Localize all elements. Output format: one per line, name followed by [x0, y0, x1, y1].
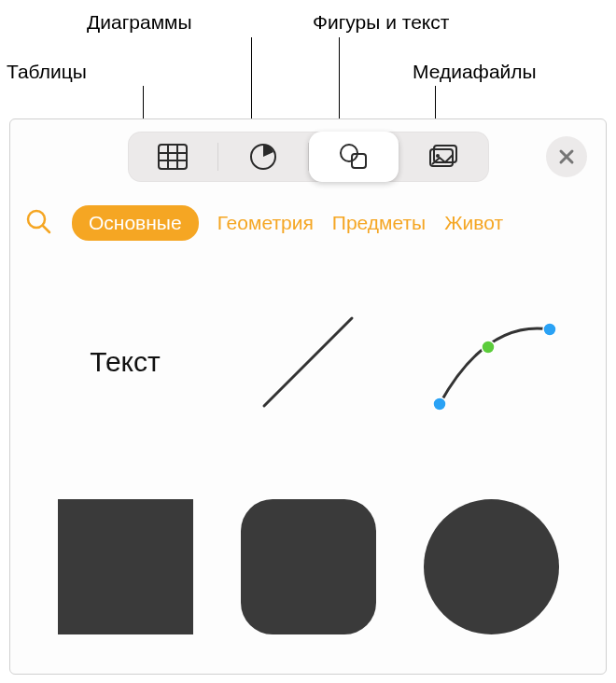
shape-rounded-square[interactable] — [217, 485, 399, 648]
line-icon — [247, 301, 369, 423]
svg-rect-0 — [159, 145, 187, 169]
search-button[interactable] — [23, 206, 53, 240]
callout-shapes: Фигуры и текст — [313, 11, 449, 34]
rounded-square-icon — [241, 499, 376, 634]
table-icon — [155, 139, 190, 174]
circle-icon — [424, 499, 559, 634]
insert-toolbar — [10, 119, 606, 194]
curve-icon — [421, 301, 561, 423]
category-row: Основные Геометрия Предметы Живот — [10, 194, 606, 252]
category-tab[interactable]: Геометрия — [217, 212, 314, 234]
shape-square[interactable] — [34, 485, 217, 648]
tables-button[interactable] — [128, 132, 217, 182]
square-icon — [58, 499, 193, 634]
shape-curve[interactable] — [399, 280, 582, 443]
svg-line-15 — [264, 318, 352, 406]
charts-button[interactable] — [218, 132, 308, 182]
svg-point-16 — [433, 397, 446, 411]
shape-text[interactable]: Текст — [34, 280, 217, 443]
insert-panel: Основные Геометрия Предметы Живот Текст — [9, 118, 607, 675]
shape-label: Текст — [90, 346, 161, 378]
callout-media: Медиафайлы — [413, 61, 537, 83]
category-tab[interactable]: Живот — [444, 212, 503, 234]
svg-point-18 — [543, 323, 556, 336]
media-button[interactable] — [399, 132, 489, 182]
segment-control — [128, 132, 489, 182]
callout-charts: Диаграммы — [87, 11, 192, 34]
svg-point-17 — [482, 341, 495, 354]
category-tab[interactable]: Предметы — [332, 212, 426, 234]
close-button[interactable] — [546, 136, 587, 177]
media-icon — [427, 139, 462, 174]
search-icon — [23, 206, 53, 236]
shape-line[interactable] — [217, 280, 399, 443]
shapes-grid: Текст — [10, 252, 606, 648]
svg-line-14 — [43, 226, 49, 232]
category-tab-selected[interactable]: Основные — [72, 205, 199, 241]
callout-tables: Таблицы — [7, 61, 87, 83]
close-icon — [558, 148, 575, 165]
shapes-button[interactable] — [309, 132, 399, 182]
shape-circle[interactable] — [399, 485, 582, 648]
pie-chart-icon — [245, 139, 281, 174]
shapes-icon — [336, 139, 371, 174]
